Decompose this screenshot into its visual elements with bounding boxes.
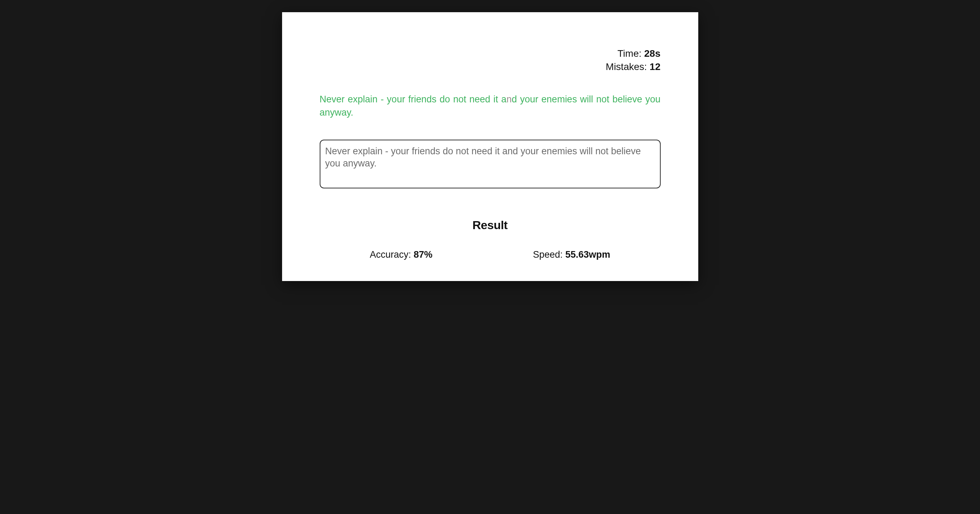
time-label: Time: xyxy=(617,48,644,59)
typing-input[interactable] xyxy=(320,140,661,188)
prompt-segment-1: Never explain - your friends do not need… xyxy=(320,94,507,105)
result-heading: Result xyxy=(320,218,661,232)
mistakes-stat: Mistakes: 12 xyxy=(606,60,660,73)
typing-test-card: Time: 28s Mistakes: 12 Never explain - y… xyxy=(282,12,698,281)
accuracy-value: 87% xyxy=(414,249,433,260)
speed-stat: Speed: 55.63wpm xyxy=(533,249,610,260)
speed-value: 55.63wpm xyxy=(565,249,610,260)
mistakes-value: 12 xyxy=(649,61,660,72)
accuracy-stat: Accuracy: 87% xyxy=(370,249,433,260)
prompt-mistake-char: n xyxy=(506,94,512,105)
top-stats: Time: 28s Mistakes: 12 xyxy=(606,47,660,73)
time-stat: Time: 28s xyxy=(606,47,660,60)
mistakes-label: Mistakes: xyxy=(606,61,649,72)
time-value: 28s xyxy=(644,48,661,59)
accuracy-label: Accuracy: xyxy=(370,249,414,260)
prompt-text: Never explain - your friends do not need… xyxy=(320,93,661,119)
speed-label: Speed: xyxy=(533,249,565,260)
result-row: Accuracy: 87% Speed: 55.63wpm xyxy=(320,249,661,260)
